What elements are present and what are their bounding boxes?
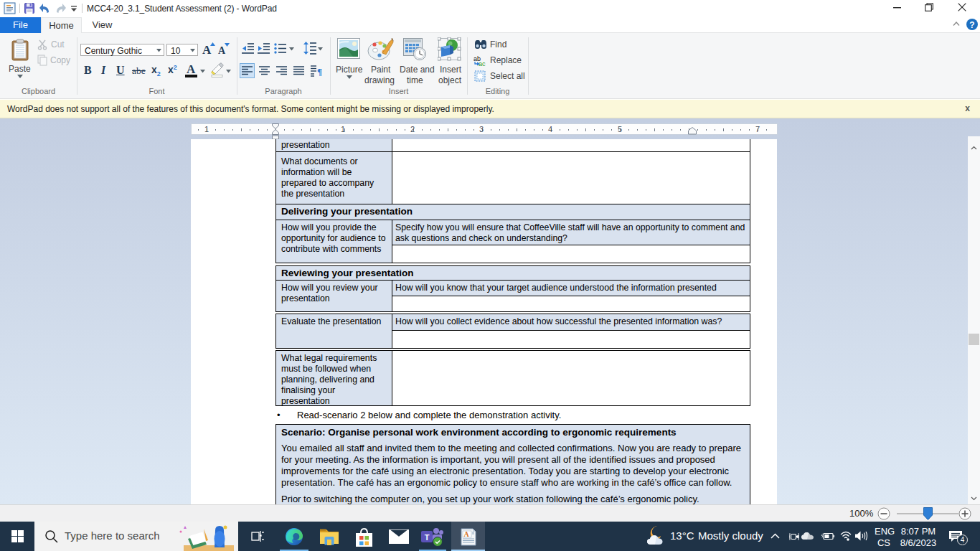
svg-text:ac: ac [479,60,486,66]
svg-text:A: A [463,530,469,538]
svg-text:T: T [425,533,430,542]
